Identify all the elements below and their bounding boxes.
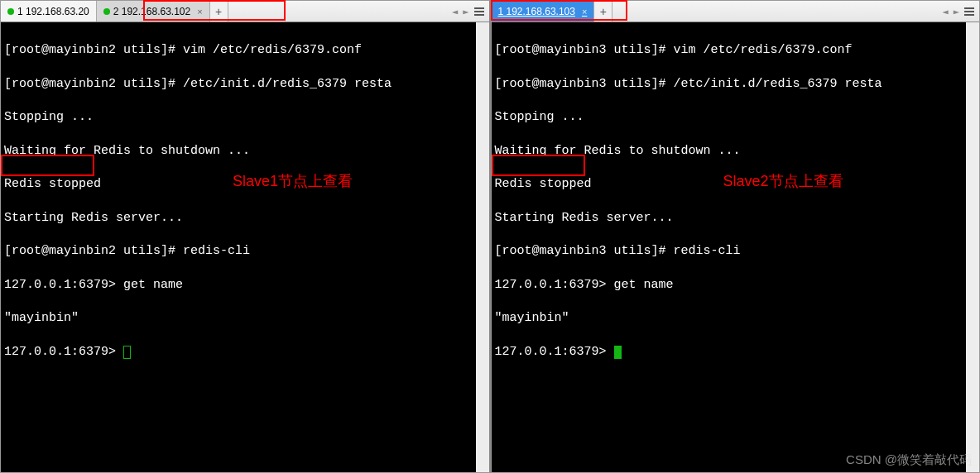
new-tab-button[interactable]: + <box>594 1 612 22</box>
left-pane: 1 192.168.63.20 2 192.168.63.102 × + ◄ ►… <box>0 0 491 473</box>
terminal-line: [root@mayinbin3 utils]# redis-cli <box>495 243 977 260</box>
nav-right-icon[interactable]: ► <box>463 6 468 17</box>
nav-left-icon[interactable]: ◄ <box>943 6 949 17</box>
split-container: 1 192.168.63.20 2 192.168.63.102 × + ◄ ►… <box>0 0 980 473</box>
terminal-line: 127.0.0.1:6379> <box>4 344 486 361</box>
terminal-line: [root@mayinbin2 utils]# /etc/init.d/redi… <box>4 76 486 93</box>
terminal-line: 127.0.0.1:6379> get name <box>4 277 486 294</box>
terminal-line: [root@mayinbin3 utils]# vim /etc/redis/6… <box>495 42 977 59</box>
left-tabbar: 1 192.168.63.20 2 192.168.63.102 × + ◄ ► <box>1 1 489 22</box>
status-dot-icon <box>103 8 110 15</box>
cursor-icon <box>614 346 622 359</box>
terminal-line: [root@mayinbin2 utils]# vim /etc/redis/6… <box>4 42 486 59</box>
menu-icon[interactable] <box>964 7 974 16</box>
new-tab-button[interactable]: + <box>210 1 228 22</box>
terminal-line: Waiting for Redis to shutdown ... <box>4 143 486 160</box>
right-terminal[interactable]: [root@mayinbin3 utils]# vim /etc/redis/6… <box>492 22 980 472</box>
menu-icon[interactable] <box>474 7 484 16</box>
tab-1[interactable]: 1 192.168.63.20 <box>1 1 97 22</box>
tab-1[interactable]: 1 192.168.63.103 × <box>492 1 595 22</box>
terminal-line: Starting Redis server... <box>4 210 486 227</box>
tab-label: 1 192.168.63.103 <box>498 6 575 17</box>
scrollbar[interactable] <box>966 22 979 472</box>
terminal-line: Redis stopped <box>495 176 977 193</box>
terminal-line: "mayinbin" <box>495 310 977 327</box>
terminal-line: Stopping ... <box>495 109 977 126</box>
tab-label: 2 192.168.63.102 <box>113 6 190 17</box>
terminal-line: "mayinbin" <box>4 310 486 327</box>
tab-2[interactable]: 2 192.168.63.102 × <box>97 1 210 22</box>
right-tabbar: 1 192.168.63.103 × + ◄ ► <box>492 1 980 22</box>
cursor-icon <box>123 346 131 359</box>
close-icon[interactable]: × <box>582 7 587 17</box>
close-icon[interactable]: × <box>197 7 202 17</box>
status-dot-icon <box>7 8 14 15</box>
terminal-line: 127.0.0.1:6379> <box>495 344 977 361</box>
terminal-line: [root@mayinbin2 utils]# redis-cli <box>4 243 486 260</box>
terminal-line: [root@mayinbin3 utils]# /etc/init.d/redi… <box>495 76 977 93</box>
tab-label: 1 192.168.63.20 <box>17 6 89 17</box>
nav-left-icon[interactable]: ◄ <box>452 6 458 17</box>
left-terminal[interactable]: [root@mayinbin2 utils]# vim /etc/redis/6… <box>1 22 489 472</box>
terminal-line: 127.0.0.1:6379> get name <box>495 277 977 294</box>
nav-right-icon[interactable]: ► <box>954 6 959 17</box>
right-pane: 1 192.168.63.103 × + ◄ ► [root@mayinbin3… <box>491 0 981 473</box>
terminal-line: Starting Redis server... <box>495 210 977 227</box>
tab-nav: ◄ ► <box>938 1 979 22</box>
tab-nav: ◄ ► <box>447 1 488 22</box>
terminal-line: Stopping ... <box>4 109 486 126</box>
terminal-line: Waiting for Redis to shutdown ... <box>495 143 977 160</box>
scrollbar[interactable] <box>476 22 489 472</box>
terminal-line: Redis stopped <box>4 176 486 193</box>
